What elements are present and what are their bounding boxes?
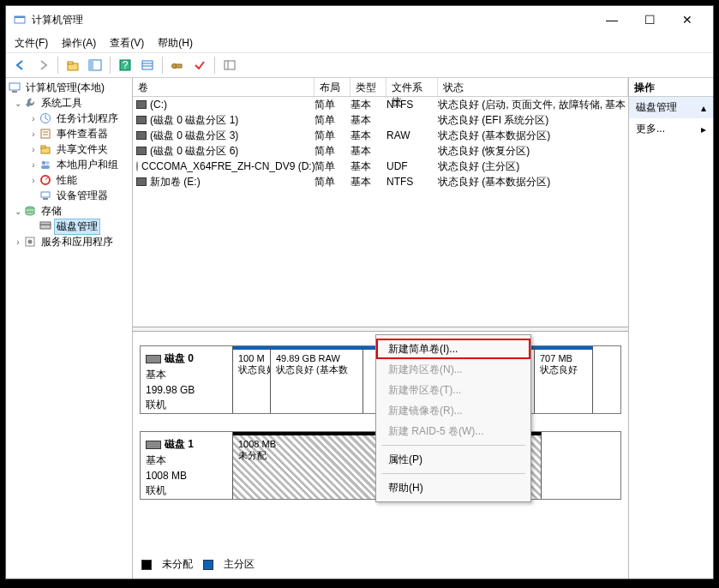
tree-storage[interactable]: ⌄ 存储 bbox=[6, 203, 132, 219]
collapse-icon: ▴ bbox=[701, 102, 706, 114]
svg-rect-3 bbox=[68, 62, 73, 64]
caret-down-icon[interactable]: ⌄ bbox=[13, 99, 23, 108]
menu-file[interactable]: 文件(F) bbox=[15, 36, 48, 51]
caret-right-icon[interactable]: › bbox=[28, 176, 39, 185]
show-hide-tree-button[interactable] bbox=[86, 56, 105, 75]
tree-root[interactable]: 计算机管理(本地) bbox=[6, 80, 132, 95]
caret-down-icon[interactable]: ⌄ bbox=[13, 207, 23, 216]
menu-help[interactable]: 帮助(H) bbox=[158, 36, 193, 51]
menubar: 文件(F) 操作(A) 查看(V) 帮助(H) bbox=[6, 33, 713, 52]
volume-name: 新加卷 (E:) bbox=[150, 175, 201, 189]
menu-properties[interactable]: 属性(P) bbox=[376, 449, 530, 470]
actions-diskmgmt[interactable]: 磁盘管理 ▴ bbox=[629, 97, 713, 118]
menu-new-stripe: 新建带区卷(T)... bbox=[376, 380, 530, 400]
tree-perf[interactable]: › 性能 bbox=[6, 172, 132, 188]
computer-icon bbox=[8, 81, 21, 94]
back-button[interactable] bbox=[11, 56, 30, 75]
actions-more[interactable]: 更多... ▸ bbox=[629, 118, 713, 140]
col-type[interactable]: 类型 bbox=[351, 78, 386, 96]
disk-size: 1008 MB bbox=[146, 470, 227, 482]
list-view-button[interactable] bbox=[220, 56, 239, 75]
partition-size: 707 MB bbox=[540, 353, 587, 363]
partition-status: 状态良好 bbox=[238, 363, 265, 376]
hdd-icon bbox=[136, 100, 147, 109]
col-volume[interactable]: 卷 bbox=[133, 78, 315, 96]
tree-systools[interactable]: ⌄ 系统工具 bbox=[6, 95, 132, 111]
close-button[interactable]: ✕ bbox=[668, 7, 706, 33]
disk-state: 联机 bbox=[146, 483, 227, 498]
disk-header[interactable]: 磁盘 1基本1008 MB联机 bbox=[141, 432, 233, 499]
legend-primary-swatch bbox=[203, 560, 213, 570]
tree-sharedfolders[interactable]: › 共享文件夹 bbox=[6, 141, 132, 157]
partition[interactable]: 100 M状态良好 bbox=[233, 346, 271, 413]
volume-type: 基本 bbox=[351, 113, 386, 128]
tree-localusers[interactable]: › 本地用户和组 bbox=[6, 157, 132, 172]
disk-header[interactable]: 磁盘 0基本199.98 GB联机 bbox=[141, 346, 233, 413]
partition[interactable]: 49.89 GB RAW状态良好 (基本数 bbox=[271, 346, 363, 413]
caret-right-icon[interactable]: › bbox=[28, 145, 39, 154]
volume-row[interactable]: (磁盘 0 磁盘分区 1)简单基本状态良好 (EFI 系统分区) bbox=[133, 112, 628, 128]
storage-icon bbox=[23, 204, 37, 218]
volume-row[interactable]: (磁盘 0 磁盘分区 3)简单基本RAW状态良好 (基本数据分区) bbox=[133, 128, 628, 143]
tree-devmgr[interactable]: 设备管理器 bbox=[6, 188, 132, 203]
actions-panel: 操作 磁盘管理 ▴ 更多... ▸ bbox=[629, 78, 713, 579]
volume-fs: NTFS bbox=[386, 99, 438, 111]
detail-view-button[interactable] bbox=[138, 56, 157, 75]
titlebar[interactable]: 计算机管理 — ☐ ✕ bbox=[6, 6, 713, 33]
col-filesystem[interactable]: 文件系统 bbox=[386, 78, 438, 96]
actions-header: 操作 bbox=[629, 78, 713, 97]
volume-row[interactable]: (C:)简单基本NTFS状态良好 (启动, 页面文件, 故障转储, 基本 bbox=[133, 97, 628, 112]
menu-new-simple[interactable]: 新建简单卷(I)... bbox=[376, 339, 530, 359]
nav-tree[interactable]: 计算机管理(本地) ⌄ 系统工具 › 任务计划程序 › 事件查看器 › 共享文件… bbox=[6, 78, 133, 579]
menu-new-mirror: 新建镜像卷(R)... bbox=[376, 400, 530, 421]
disk-kind: 基本 bbox=[146, 368, 227, 382]
eventlog-icon bbox=[39, 127, 52, 141]
volume-row[interactable]: CCCOMA_X64FRE_ZH-CN_DV9 (D:)简单基本UDF状态良好 … bbox=[133, 159, 628, 174]
disk-icon bbox=[146, 441, 161, 449]
volume-name: (磁盘 0 磁盘分区 6) bbox=[150, 144, 238, 159]
tree-tasksched[interactable]: › 任务计划程序 bbox=[6, 111, 132, 126]
menu-view[interactable]: 查看(V) bbox=[110, 36, 144, 51]
volume-row[interactable]: (磁盘 0 磁盘分区 6)简单基本状态良好 (恢复分区) bbox=[133, 143, 628, 159]
menu-action[interactable]: 操作(A) bbox=[62, 36, 96, 51]
caret-right-icon[interactable]: › bbox=[28, 114, 39, 123]
caret-right-icon[interactable]: › bbox=[13, 237, 23, 247]
col-layout[interactable]: 布局 bbox=[315, 78, 351, 96]
col-status[interactable]: 状态 bbox=[438, 78, 628, 96]
hdd-icon bbox=[136, 147, 147, 155]
caret-right-icon[interactable]: › bbox=[28, 129, 39, 139]
checkmark-icon[interactable] bbox=[190, 56, 209, 75]
volume-name: (磁盘 0 磁盘分区 1) bbox=[150, 113, 238, 128]
forward-button[interactable] bbox=[33, 56, 52, 75]
help-button[interactable]: ? bbox=[116, 56, 135, 75]
volume-row[interactable]: 新加卷 (E:)简单基本NTFS状态良好 (基本数据分区) bbox=[133, 174, 628, 189]
tree-services[interactable]: › 服务和应用程序 bbox=[6, 234, 132, 249]
tree-eventviewer[interactable]: › 事件查看器 bbox=[6, 126, 132, 141]
minimize-button[interactable]: — bbox=[593, 7, 631, 33]
wrench-icon bbox=[23, 96, 37, 110]
up-button[interactable] bbox=[63, 56, 82, 75]
caret-right-icon[interactable]: › bbox=[28, 160, 39, 170]
volume-fs: RAW bbox=[386, 129, 438, 141]
volume-layout: 简单 bbox=[315, 159, 351, 174]
volume-name: (磁盘 0 磁盘分区 3) bbox=[150, 129, 238, 143]
toolbar: ? bbox=[6, 52, 713, 78]
refresh-button[interactable] bbox=[168, 56, 187, 75]
volume-list[interactable]: (C:)简单基本NTFS状态良好 (启动, 页面文件, 故障转储, 基本(磁盘 … bbox=[133, 97, 628, 327]
volume-layout: 简单 bbox=[315, 113, 351, 128]
menu-help[interactable]: 帮助(H) bbox=[376, 477, 530, 498]
context-menu[interactable]: 新建简单卷(I)... 新建跨区卷(N)... 新建带区卷(T)... 新建镜像… bbox=[375, 334, 531, 502]
legend-primary-label: 主分区 bbox=[224, 557, 255, 572]
volume-type: 基本 bbox=[351, 144, 386, 159]
tree-diskmgmt[interactable]: 磁盘管理 bbox=[6, 219, 132, 234]
device-icon bbox=[39, 189, 52, 202]
partition[interactable]: 707 MB状态良好 bbox=[535, 346, 593, 413]
maximize-button[interactable]: ☐ bbox=[631, 7, 668, 33]
svg-rect-28 bbox=[41, 192, 50, 197]
volume-name: CCCOMA_X64FRE_ZH-CN_DV9 (D:) bbox=[141, 160, 315, 172]
volume-type: 基本 bbox=[351, 159, 386, 174]
volume-columns[interactable]: 卷 布局 类型 文件系统 状态 bbox=[133, 78, 628, 97]
disk-size: 199.98 GB bbox=[146, 384, 227, 396]
disk-state: 联机 bbox=[146, 398, 227, 412]
svg-rect-18 bbox=[41, 129, 50, 138]
